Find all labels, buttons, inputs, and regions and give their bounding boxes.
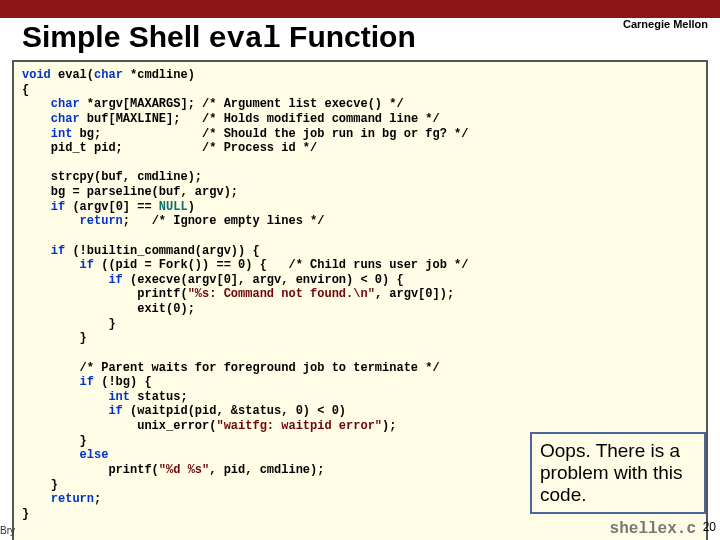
title-suffix: Function <box>281 20 416 53</box>
slide-title: Simple Shell eval Function <box>0 18 720 60</box>
page-number: 20 <box>703 520 716 534</box>
attribution: Bry <box>0 525 15 536</box>
title-code: eval <box>209 22 281 56</box>
title-prefix: Simple Shell <box>22 20 209 53</box>
brand-label: Carnegie Mellon <box>623 18 708 30</box>
callout-note: Oops. There is a problem with this code. <box>530 432 706 514</box>
source-filename: shellex.c <box>610 520 696 540</box>
kw-char: char <box>94 68 123 82</box>
kw-void: void <box>22 68 51 82</box>
slide-top-bar <box>0 0 720 18</box>
